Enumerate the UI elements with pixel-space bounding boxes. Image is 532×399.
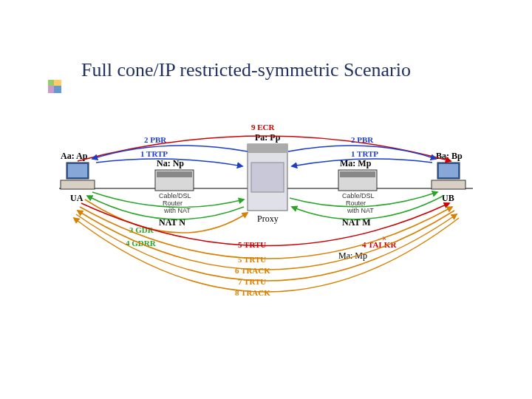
step-6: 6 TRACK [235, 266, 270, 275]
ua-name: UA [70, 193, 83, 203]
step-2-left: 2 PBR [144, 135, 167, 144]
pc-ub-icon [432, 163, 466, 189]
step-9: 9 ECR [251, 123, 276, 132]
proxy-name: Proxy [257, 214, 279, 224]
nat-n-desc1: Cable/DSL [159, 192, 191, 200]
nat-m-desc1: Cable/DSL [342, 192, 375, 200]
nat-m-desc3: with NAT [347, 207, 374, 214]
svg-rect-5 [157, 171, 192, 177]
proxy-addr: Pa: Pp [255, 132, 281, 143]
svg-rect-2 [68, 164, 87, 177]
mamp-label: Ma: Mp [338, 250, 367, 261]
svg-rect-13 [432, 180, 466, 189]
svg-rect-12 [439, 164, 458, 177]
nat-n-desc3: with NAT [163, 207, 191, 214]
proxy-icon [248, 144, 287, 211]
step-7: 7 TRTU [238, 277, 266, 286]
nat-n-desc2: Router [163, 200, 183, 207]
svg-rect-10 [340, 171, 375, 177]
step-1-right: 1 TRTP [351, 149, 378, 158]
svg-rect-3 [61, 180, 95, 189]
step-5b: 5 TRTU [238, 255, 266, 264]
step-2-right: 2 PBR [351, 135, 374, 144]
svg-rect-7 [248, 144, 287, 153]
network-diagram: Aa: Ap UA Na: Np Cable/DSL Router with N… [52, 118, 480, 325]
ub-addr: Ba: Bp [436, 151, 463, 161]
step-1-left: 1 TRTP [140, 149, 168, 158]
svg-rect-8 [251, 163, 284, 192]
title-bullet-icon [48, 80, 63, 95]
nat-n-icon [155, 170, 194, 191]
slide-root: Full cone/IP restricted-symmetric Scenar… [0, 0, 532, 399]
pc-ua-icon [61, 163, 95, 189]
nat-m-icon [338, 170, 377, 191]
step-8: 8 TRACK [235, 288, 270, 297]
ub-name: UB [442, 193, 454, 203]
slide-title-block: Full cone/IP restricted-symmetric Scenar… [59, 59, 473, 81]
nat-m-desc2: Router [346, 200, 366, 207]
slide-title: Full cone/IP restricted-symmetric Scenar… [81, 59, 473, 81]
